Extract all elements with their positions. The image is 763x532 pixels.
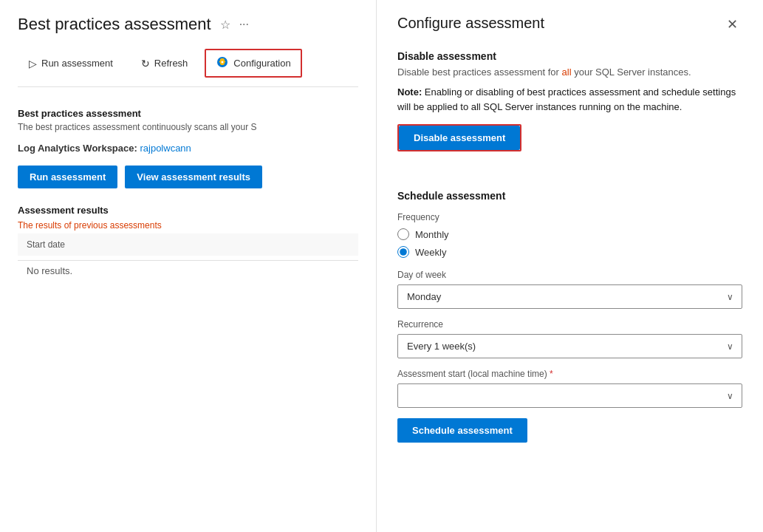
workspace-line: Log Analytics Workspace: rajpolwcann — [18, 143, 358, 154]
workspace-label: Log Analytics Workspace: — [18, 143, 137, 154]
right-panel: Configure assessment ✕ Disable assessmen… — [377, 0, 763, 532]
schedule-btn-wrapper: Schedule assessment — [397, 418, 742, 443]
weekly-radio[interactable] — [397, 246, 409, 258]
results-title: Assessment results — [18, 205, 358, 216]
results-subtitle: The results of previous assessments — [18, 220, 358, 231]
run-assessment-label: Run assessment — [41, 58, 113, 69]
disable-desc: Disable best practices assessment for al… — [397, 66, 742, 78]
disable-btn-wrapper: Disable assessment — [397, 124, 521, 151]
disable-desc-after: your SQL Server instances. — [572, 66, 691, 78]
results-section: Assessment results The results of previo… — [18, 205, 358, 281]
assessment-start-wrapper: ∨ — [397, 383, 742, 408]
monthly-radio[interactable] — [397, 228, 409, 240]
disable-assessment-button[interactable]: Disable assessment — [399, 126, 520, 150]
close-button[interactable]: ✕ — [722, 15, 742, 34]
svg-point-1 — [222, 61, 224, 64]
run-assessment-button[interactable]: Run assessment — [18, 166, 117, 188]
config-label: Configuration — [233, 58, 290, 69]
description-text-content: The best practices assessment continuous… — [18, 122, 256, 132]
assessment-start-label: Assessment start (local machine time) * — [397, 369, 742, 379]
assessment-start-select[interactable] — [397, 383, 742, 408]
note-box: Note: Enabling or disabling of best prac… — [397, 85, 742, 114]
schedule-assessment-button[interactable]: Schedule assessment — [397, 418, 527, 443]
monthly-label: Monthly — [415, 229, 449, 240]
favorite-icon[interactable]: ☆ — [220, 18, 230, 32]
day-of-week-label: Day of week — [397, 270, 742, 280]
recurrence-wrapper: Every 1 week(s) Every 2 week(s) Every 3 … — [397, 334, 742, 358]
refresh-icon: ↻ — [141, 58, 150, 69]
disable-title: Disable assessment — [397, 50, 742, 62]
note-bold-label: Note: — [397, 86, 425, 98]
recurrence-select[interactable]: Every 1 week(s) Every 2 week(s) Every 3 … — [397, 334, 742, 358]
workspace-value: rajpolwcann — [140, 143, 191, 154]
day-of-week-wrapper: Sunday Monday Tuesday Wednesday Thursday… — [397, 284, 742, 309]
panel-title: Configure assessment — [397, 15, 544, 32]
config-icon — [216, 55, 229, 71]
disable-section: Disable assessment Disable best practice… — [397, 50, 742, 172]
description-text: The best practices assessment continuous… — [18, 122, 358, 132]
disable-desc-highlight: all — [562, 66, 572, 78]
recurrence-label: Recurrence — [397, 319, 742, 330]
more-options-icon[interactable]: ··· — [239, 18, 249, 31]
note-normal-text: Enabling or disabling of best practices … — [397, 86, 736, 112]
schedule-title: Schedule assessment — [397, 190, 742, 202]
no-results-row: No results. — [18, 260, 358, 281]
day-of-week-select[interactable]: Sunday Monday Tuesday Wednesday Thursday… — [397, 284, 742, 309]
view-results-button[interactable]: View assessment results — [125, 166, 262, 188]
required-star: * — [550, 369, 553, 379]
page-title-bar: Best practices assessment ☆ ··· — [18, 15, 358, 34]
toolbar: ▷ Run assessment ↻ Refresh Configuration — [18, 49, 358, 87]
assessment-start-text: Assessment start (local machine time) — [397, 369, 547, 379]
configuration-toolbar-button[interactable]: Configuration — [205, 49, 301, 78]
disable-desc-before: Disable best practices assessment for — [397, 66, 562, 78]
weekly-radio-item[interactable]: Weekly — [397, 246, 742, 258]
weekly-label: Weekly — [415, 247, 446, 258]
play-icon: ▷ — [29, 58, 37, 69]
left-panel: Best practices assessment ☆ ··· ▷ Run as… — [0, 0, 377, 532]
page-title-text: Best practices assessment — [18, 15, 211, 34]
description-title: Best practices assessment — [18, 108, 358, 119]
frequency-label: Frequency — [397, 212, 742, 222]
refresh-label: Refresh — [154, 58, 188, 69]
action-buttons: Run assessment View assessment results — [18, 166, 358, 188]
refresh-toolbar-button[interactable]: ↻ Refresh — [130, 51, 199, 76]
monthly-radio-item[interactable]: Monthly — [397, 228, 742, 240]
schedule-section: Schedule assessment Frequency Monthly We… — [397, 190, 742, 443]
run-assessment-toolbar-button[interactable]: ▷ Run assessment — [18, 51, 124, 76]
start-date-column: Start date — [18, 233, 358, 256]
frequency-radio-group: Monthly Weekly — [397, 228, 742, 258]
panel-header: Configure assessment ✕ — [397, 15, 742, 34]
